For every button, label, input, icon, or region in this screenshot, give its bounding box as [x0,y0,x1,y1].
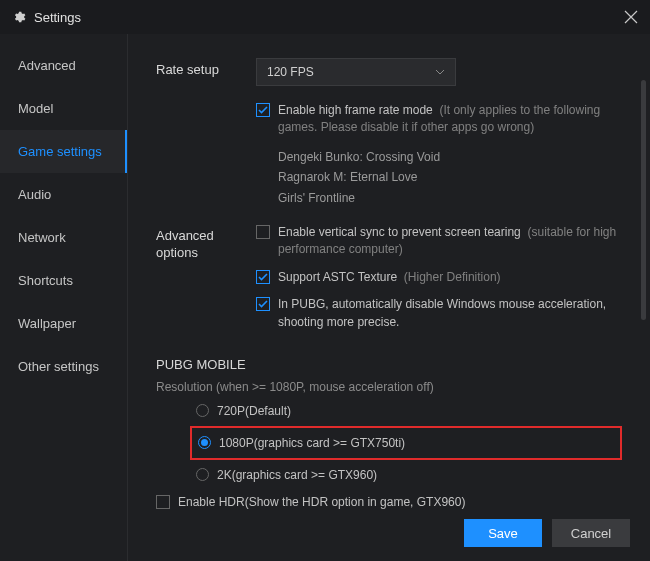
sidebar-item-advanced[interactable]: Advanced [0,44,127,87]
pubg-mouse-checkbox[interactable] [256,297,270,311]
astc-checkbox[interactable] [256,270,270,284]
pubg-res-2k[interactable]: 2K(graphics card >= GTX960) [196,468,622,482]
pubg-resolution-group: 720P(Default) 1080P(graphics card >= GTX… [196,404,622,482]
high-frame-text: Enable high frame rate mode (It only app… [278,102,622,137]
pubg-subhint: Resolution (when >= 1080P, mouse acceler… [156,380,622,394]
pubg-heading: PUBG MOBILE [156,357,622,372]
vsync-text: Enable vertical sync to prevent screen t… [278,224,622,259]
pubg-mouse-text: In PUBG, automatically disable Windows m… [278,296,622,331]
scrollbar[interactable] [641,80,646,320]
rate-setup-label: Rate setup [156,58,256,86]
rate-setup-value: 120 FPS [267,65,314,79]
high-frame-game-list: Dengeki Bunko: Crossing Void Ragnarok M:… [278,147,622,208]
sidebar-item-other-settings[interactable]: Other settings [0,345,127,388]
sidebar: Advanced Model Game settings Audio Netwo… [0,34,128,561]
window-title: Settings [34,10,81,25]
sidebar-item-model[interactable]: Model [0,87,127,130]
vsync-checkbox[interactable] [256,225,270,239]
hdr-checkbox[interactable] [156,495,170,509]
cancel-button[interactable]: Cancel [552,519,630,547]
pubg-res-1080p[interactable]: 1080P(graphics card >= GTX750ti) [198,436,614,450]
hdr-text: Enable HDR(Show the HDR option in game, … [178,494,465,511]
sidebar-item-audio[interactable]: Audio [0,173,127,216]
main-panel: Rate setup 120 FPS Enable high frame rat… [128,34,650,561]
save-button[interactable]: Save [464,519,542,547]
sidebar-item-network[interactable]: Network [0,216,127,259]
sidebar-item-shortcuts[interactable]: Shortcuts [0,259,127,302]
astc-text: Support ASTC Texture (Higher Definition) [278,269,501,286]
advanced-options-label: Advanced options [156,224,256,341]
gear-icon [12,10,26,24]
sidebar-item-wallpaper[interactable]: Wallpaper [0,302,127,345]
pubg-res-720p[interactable]: 720P(Default) [196,404,622,418]
high-frame-checkbox[interactable] [256,103,270,117]
highlight-box: 1080P(graphics card >= GTX750ti) [190,426,622,460]
chevron-down-icon [435,69,445,75]
sidebar-item-game-settings[interactable]: Game settings [0,130,127,173]
titlebar: Settings [0,0,650,34]
footer: Save Cancel [464,519,630,547]
close-icon[interactable] [624,10,638,24]
rate-setup-select[interactable]: 120 FPS [256,58,456,86]
